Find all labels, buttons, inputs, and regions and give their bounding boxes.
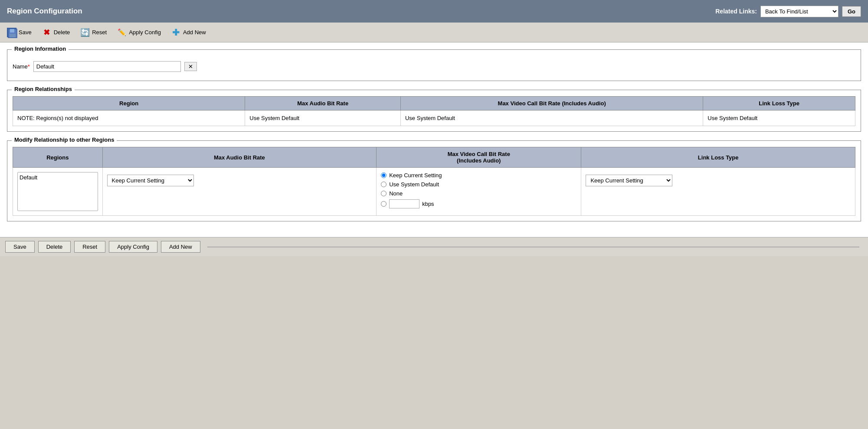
bottom-addnew-button[interactable]: Add New: [161, 241, 200, 253]
reset-button[interactable]: 🔄 Reset: [79, 27, 108, 38]
modify-table: Regions Max Audio Bit Rate Max Video Cal…: [13, 147, 855, 216]
addnew-label: Add New: [183, 29, 206, 36]
table-header-row: Region Max Audio Bit Rate Max Video Call…: [13, 97, 855, 110]
mod-col-regions: Regions: [13, 147, 103, 168]
svg-rect-2: [10, 34, 16, 37]
col-max-audio: Max Audio Bit Rate: [245, 97, 401, 110]
mod-cell-regions: Default: [13, 168, 103, 216]
bottom-reset-button[interactable]: Reset: [74, 241, 105, 253]
video-radio-group: Keep Current Setting Use System Default …: [381, 172, 576, 208]
name-label: Name*: [13, 63, 30, 70]
col-max-video: Max Video Call Bit Rate (Includes Audio): [400, 97, 703, 110]
mod-col-max-video: Max Video Call Bit Rate(Includes Audio): [377, 147, 581, 168]
video-radio-system-default-label: Use System Default: [389, 181, 439, 188]
cell-max-video: Use System Default: [400, 110, 703, 126]
required-star: *: [28, 63, 30, 70]
page-header: Region Configuration Related Links: Back…: [0, 0, 868, 23]
max-audio-select[interactable]: Keep Current Setting Use System Default …: [107, 175, 194, 186]
region-relationships-title: Region Relationships: [12, 86, 75, 92]
svg-rect-1: [10, 29, 14, 32]
radio-row-none: None: [381, 190, 576, 197]
video-radio-kbps[interactable]: [381, 201, 387, 207]
modify-header-row: Regions Max Audio Bit Rate Max Video Cal…: [13, 147, 855, 168]
bottom-apply-button[interactable]: Apply Config: [109, 241, 157, 253]
bottom-toolbar: Save Delete Reset Apply Config Add New: [0, 237, 868, 256]
video-radio-none[interactable]: [381, 191, 387, 196]
delete-button[interactable]: ✖ Delete: [40, 27, 72, 38]
reset-label: Reset: [92, 29, 107, 36]
bottom-delete-button[interactable]: Delete: [38, 241, 71, 253]
cell-region: NOTE: Regions(s) not displayed: [13, 110, 245, 126]
kbps-label: kbps: [422, 201, 434, 207]
modify-relationship-title: Modify Relationship to other Regions: [12, 136, 117, 143]
name-input[interactable]: [33, 61, 181, 72]
main-content: Region Information Name* ✕ Region Relati…: [0, 42, 868, 237]
link-loss-select[interactable]: Keep Current Setting Use System Default …: [586, 175, 672, 186]
add-new-button[interactable]: ✚ Add New: [170, 27, 208, 38]
go-button[interactable]: Go: [842, 6, 861, 17]
clear-name-button[interactable]: ✕: [184, 62, 197, 71]
radio-row-kbps: kbps: [381, 199, 576, 208]
main-toolbar: Save ✖ Delete 🔄 Reset ✏️ Apply Config ✚ …: [0, 23, 868, 42]
col-region: Region: [13, 97, 245, 110]
regions-listbox[interactable]: Default: [17, 172, 98, 211]
video-radio-keep[interactable]: [381, 172, 387, 178]
page-title: Region Configuration: [7, 7, 82, 16]
delete-label: Delete: [54, 29, 70, 36]
save-label: Save: [19, 29, 32, 36]
related-links-label: Related Links:: [715, 8, 757, 15]
modify-relationship-section: Modify Relationship to other Regions Reg…: [7, 140, 861, 221]
related-links-select[interactable]: Back To Find/List: [760, 6, 839, 17]
save-button[interactable]: Save: [5, 27, 33, 38]
mod-col-max-audio: Max Audio Bit Rate: [102, 147, 377, 168]
header-right: Related Links: Back To Find/List Go: [715, 6, 861, 17]
region-relationships-section: Region Relationships Region Max Audio Bi…: [7, 90, 861, 132]
region-info-section: Region Information Name* ✕: [7, 49, 861, 81]
bottom-save-button[interactable]: Save: [5, 241, 35, 253]
bottom-divider: [207, 247, 859, 247]
addnew-icon: ✚: [171, 28, 181, 37]
modify-table-row: Default Keep Current Setting Use System …: [13, 168, 855, 216]
table-row: NOTE: Regions(s) not displayed Use Syste…: [13, 110, 855, 126]
apply-icon: ✏️: [117, 28, 127, 37]
delete-icon: ✖: [42, 28, 52, 37]
radio-row-keep: Keep Current Setting: [381, 172, 576, 179]
save-icon: [7, 28, 16, 37]
apply-config-button[interactable]: ✏️ Apply Config: [115, 27, 163, 38]
col-link-loss: Link Loss Type: [703, 97, 855, 110]
cell-max-audio: Use System Default: [245, 110, 401, 126]
video-radio-keep-label: Keep Current Setting: [389, 172, 442, 179]
region-info-title: Region Information: [12, 46, 69, 52]
kbps-input[interactable]: [389, 199, 419, 208]
apply-label: Apply Config: [129, 29, 161, 36]
mod-cell-max-video: Keep Current Setting Use System Default …: [377, 168, 581, 216]
mod-cell-link-loss: Keep Current Setting Use System Default …: [581, 168, 855, 216]
mod-cell-max-audio: Keep Current Setting Use System Default …: [102, 168, 377, 216]
radio-row-system-default: Use System Default: [381, 181, 576, 188]
relationships-table: Region Max Audio Bit Rate Max Video Call…: [13, 96, 855, 126]
video-radio-system-default[interactable]: [381, 182, 387, 187]
reset-icon: 🔄: [80, 28, 90, 37]
cell-link-loss: Use System Default: [703, 110, 855, 126]
mod-col-link-loss: Link Loss Type: [581, 147, 855, 168]
name-row: Name* ✕: [13, 58, 855, 75]
video-radio-none-label: None: [389, 190, 403, 197]
